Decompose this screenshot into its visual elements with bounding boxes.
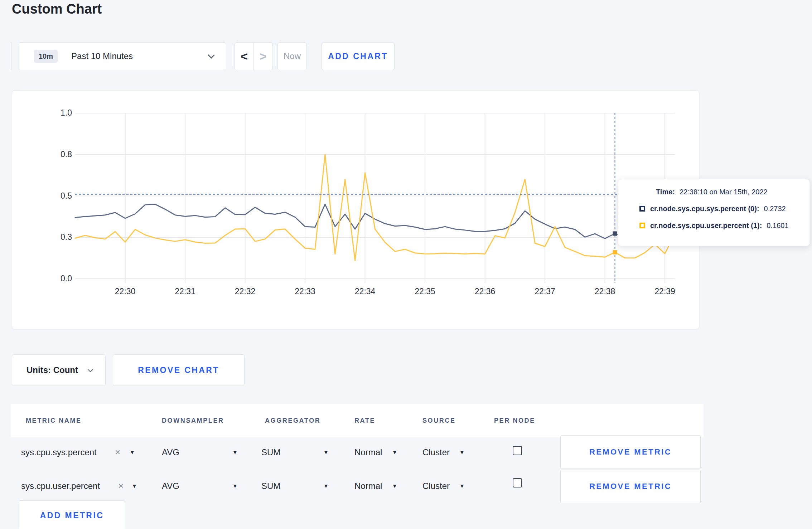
- y-axis-label: 0.5: [33, 191, 72, 201]
- metric-name-value[interactable]: sys.cpu.user.percent: [21, 481, 100, 491]
- remove-metric-x-icon[interactable]: ×: [115, 447, 120, 458]
- metric-name-value[interactable]: sys.cpu.sys.percent: [21, 447, 97, 457]
- time-window-badge: 10m: [34, 50, 58, 63]
- per-node-checkbox[interactable]: [513, 478, 522, 487]
- y-axis-label: 0.0: [33, 274, 72, 283]
- chart-tooltip: Time: 22:38:10 on Mar 15th, 2022 cr.node…: [618, 179, 810, 246]
- units-selector[interactable]: Units: Count: [12, 354, 106, 386]
- downsampler-caret-icon[interactable]: ▼: [232, 449, 238, 455]
- source-caret-icon[interactable]: ▼: [459, 449, 465, 455]
- aggregator-value[interactable]: SUM: [261, 481, 280, 491]
- x-axis-label: 22:33: [284, 287, 327, 296]
- tooltip-time-value: 22:38:10 on Mar 15th, 2022: [680, 188, 768, 196]
- col-header-rate: RATE: [354, 417, 375, 424]
- tooltip-series-row: cr.node.sys.cpu.sys.percent (0): 0.2732: [639, 203, 809, 214]
- tooltip-series-user-value: 0.1601: [767, 222, 788, 230]
- aggregator-value[interactable]: SUM: [261, 447, 280, 457]
- source-value[interactable]: Cluster: [422, 447, 450, 457]
- x-axis-label: 22:38: [584, 287, 627, 296]
- series-sys-legend-square-icon: [639, 206, 645, 212]
- col-header-downsampler: DOWNSAMPLER: [162, 417, 224, 424]
- y-axis-label: 0.3: [33, 232, 72, 242]
- remove-chart-button[interactable]: REMOVE CHART: [113, 354, 245, 386]
- x-axis-label: 22:34: [344, 287, 387, 296]
- downsampler-value[interactable]: AVG: [162, 447, 179, 457]
- time-forward-button[interactable]: >: [254, 43, 272, 70]
- time-range-selector[interactable]: 10m Past 10 Minutes: [19, 42, 226, 70]
- col-header-metric-name: METRIC NAME: [26, 417, 82, 424]
- chart-card: 1.00.80.50.30.022:3022:3122:3222:3322:34…: [12, 90, 699, 329]
- add-metric-button[interactable]: ADD METRIC: [19, 500, 125, 529]
- x-axis-label: 22:30: [104, 287, 147, 296]
- rate-caret-icon[interactable]: ▼: [392, 483, 397, 489]
- now-button[interactable]: Now: [277, 42, 307, 70]
- y-axis-label: 1.0: [33, 108, 72, 118]
- remove-metric-button[interactable]: REMOVE METRIC: [560, 470, 701, 503]
- downsampler-value[interactable]: AVG: [162, 481, 179, 491]
- col-header-per-node: PER NODE: [494, 417, 535, 424]
- x-axis-label: 22:32: [224, 287, 267, 296]
- time-back-button[interactable]: <: [235, 43, 254, 70]
- x-axis-label: 22:36: [464, 287, 507, 296]
- source-caret-icon[interactable]: ▼: [459, 483, 465, 489]
- aggregator-caret-icon[interactable]: ▼: [323, 449, 329, 455]
- time-nav-group: < >: [235, 42, 273, 70]
- metric-caret-icon[interactable]: ▼: [130, 449, 135, 455]
- toolbar-left-rule: [11, 42, 11, 70]
- tooltip-series-sys-value: 0.2732: [764, 205, 786, 213]
- tooltip-series-user-label: cr.node.sys.cpu.user.percent (1):: [650, 222, 762, 230]
- add-chart-button[interactable]: ADD CHART: [322, 42, 395, 70]
- x-axis-label: 22:31: [164, 287, 207, 296]
- units-label: Units: Count: [26, 365, 78, 375]
- rate-value[interactable]: Normal: [354, 481, 382, 491]
- x-axis-label: 22:37: [523, 287, 566, 296]
- x-axis-label: 22:35: [403, 287, 446, 296]
- per-node-checkbox[interactable]: [513, 446, 522, 455]
- tooltip-series-row: cr.node.sys.cpu.user.percent (1): 0.1601: [639, 220, 809, 231]
- rate-value[interactable]: Normal: [354, 447, 382, 457]
- custom-chart-page: Custom Chart 10m Past 10 Minutes < > Now…: [0, 0, 812, 529]
- tooltip-time-label: Time:: [656, 188, 675, 196]
- rate-caret-icon[interactable]: ▼: [392, 449, 397, 455]
- tooltip-series-sys-label: cr.node.sys.cpu.sys.percent (0):: [650, 205, 759, 213]
- time-window-label: Past 10 Minutes: [71, 51, 133, 61]
- aggregator-caret-icon[interactable]: ▼: [323, 483, 329, 489]
- x-axis-label: 22:39: [643, 287, 686, 296]
- remove-metric-x-icon[interactable]: ×: [118, 480, 124, 491]
- source-value[interactable]: Cluster: [422, 481, 450, 491]
- col-header-aggregator: AGGREGATOR: [265, 417, 320, 424]
- series-user-legend-square-icon: [639, 223, 645, 228]
- metric-caret-icon[interactable]: ▼: [132, 483, 137, 489]
- remove-metric-button[interactable]: REMOVE METRIC: [560, 435, 701, 469]
- chevron-down-icon: [88, 367, 93, 372]
- y-axis-label: 0.8: [33, 150, 72, 159]
- downsampler-caret-icon[interactable]: ▼: [232, 483, 238, 489]
- col-header-source: SOURCE: [422, 417, 456, 424]
- chevron-down-icon: [208, 52, 215, 59]
- page-title: Custom Chart: [12, 1, 102, 17]
- tooltip-time-row: Time: 22:38:10 on Mar 15th, 2022: [656, 186, 809, 197]
